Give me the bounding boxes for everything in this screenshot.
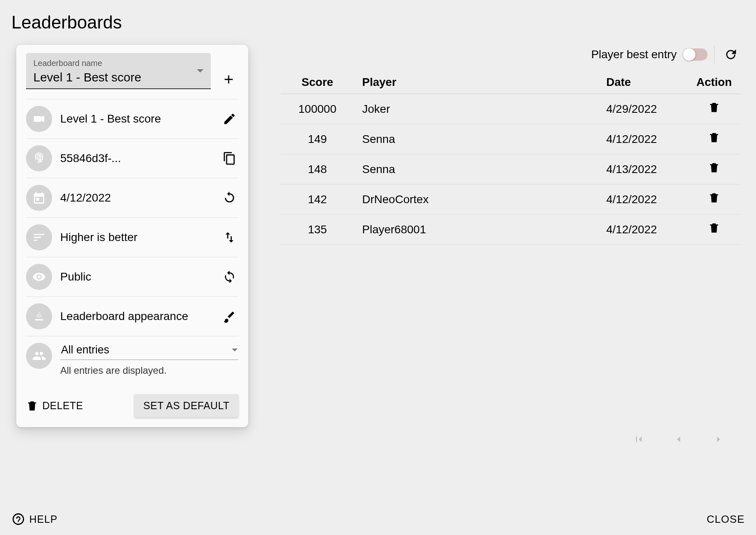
copy-icon [223,151,236,165]
leaderboard-id-value: 55846d3f-... [60,152,212,165]
trash-icon [708,222,720,234]
entries-table: Score Player Date Action 100000Joker4/29… [281,71,741,245]
leaderboard-side-panel: Leaderboard name Level 1 - Best score Le… [16,45,248,427]
set-default-button[interactable]: SET AS DEFAULT [134,394,238,417]
prev-page-button[interactable] [673,434,684,447]
score-cell: 149 [281,124,354,154]
reload-button[interactable] [721,45,741,64]
delete-entry-button[interactable] [708,132,720,144]
brush-icon [223,309,236,323]
player-best-entry-toggle[interactable] [683,48,708,61]
appearance-label: Leaderboard appearance [60,310,212,323]
date-cell: 4/12/2022 [598,124,688,154]
toggle-sort-button[interactable] [221,228,238,246]
trash-icon [708,132,720,144]
delete-entry-button[interactable] [708,162,720,174]
first-page-icon [633,434,645,445]
calendar-icon [26,185,52,211]
score-cell: 142 [281,184,354,215]
delete-button-label: DELETE [42,400,83,412]
tag-icon [26,106,52,132]
toggle-knob [683,48,695,61]
set-default-button-label: SET AS DEFAULT [143,400,229,411]
chevron-right-icon [713,434,724,445]
visibility-value: Public [60,270,212,283]
trash-icon [708,162,720,174]
leaderboard-name-value: Level 1 - Best score [60,112,212,125]
edit-name-button[interactable] [221,110,238,128]
entries-panel: Player best entry Score Player Date Acti… [281,45,745,447]
entries-filter-select[interactable]: All entries [60,343,238,360]
player-cell: Joker [354,94,598,124]
sync-icon [223,270,236,284]
player-cell: DrNeoCortex [354,184,598,215]
close-button[interactable]: CLOSE [707,513,745,526]
delete-entry-button[interactable] [708,101,720,114]
sort-direction-value: Higher is better [60,231,212,244]
trash-icon [708,192,720,204]
col-action: Action [688,71,741,94]
start-date-value: 4/12/2022 [60,191,212,204]
date-cell: 4/13/2022 [598,154,688,184]
leaderboard-selector-label: Leaderboard name [33,59,203,68]
chevron-left-icon [673,434,684,445]
table-row: 142DrNeoCortex4/12/2022 [281,184,741,215]
col-player: Player [354,71,598,94]
chevron-down-icon [197,69,203,72]
page-title: Leaderboards [11,12,745,33]
help-button-label: HELP [29,513,57,525]
fingerprint-icon [26,145,52,171]
col-score: Score [281,71,354,94]
player-cell: Senna [354,154,598,184]
edit-appearance-button[interactable] [221,307,238,325]
pencil-icon [223,112,236,126]
sort-icon [26,224,52,250]
chevron-down-icon [232,349,238,351]
people-icon [26,343,52,369]
delete-entry-button[interactable] [708,222,720,234]
col-date: Date [598,71,688,94]
svg-text:A: A [37,312,41,319]
date-cell: 4/12/2022 [598,215,688,245]
swap-vertical-icon [223,230,236,244]
trash-icon [26,400,38,412]
score-cell: 148 [281,154,354,184]
copy-id-button[interactable] [221,149,238,167]
entries-filter-value: All entries [61,344,109,356]
table-row: 149Senna4/12/2022 [281,124,741,154]
leaderboard-selector-value: Level 1 - Best score [33,70,203,84]
pagination [281,424,741,447]
player-cell: Senna [354,124,598,154]
delete-button[interactable]: DELETE [26,400,83,412]
next-page-button[interactable] [713,434,724,447]
table-row: 100000Joker4/29/2022 [281,94,741,124]
add-leaderboard-button[interactable] [219,70,238,89]
date-cell: 4/29/2022 [598,94,688,124]
reload-icon [724,48,738,61]
close-button-label: CLOSE [707,513,745,525]
date-cell: 4/12/2022 [598,184,688,215]
toolbar-divider [714,46,714,64]
help-icon [11,512,25,526]
plus-icon [222,72,236,86]
player-best-entry-label: Player best entry [591,48,677,61]
score-cell: 100000 [281,94,354,124]
appearance-icon: A [26,303,52,329]
trash-icon [708,101,720,114]
help-button[interactable]: HELP [11,512,57,526]
leaderboard-selector[interactable]: Leaderboard name Level 1 - Best score [26,53,211,89]
toggle-visibility-button[interactable] [221,268,238,286]
player-cell: Player68001 [354,215,598,245]
refresh-date-button[interactable] [221,189,238,207]
score-cell: 135 [281,215,354,245]
eye-icon [26,264,52,290]
delete-entry-button[interactable] [708,192,720,204]
table-row: 148Senna4/13/2022 [281,154,741,184]
entries-filter-description: All entries are displayed. [60,365,238,376]
refresh-clock-icon [223,191,236,205]
table-row: 135Player680014/12/2022 [281,215,741,245]
first-page-button[interactable] [633,434,645,447]
